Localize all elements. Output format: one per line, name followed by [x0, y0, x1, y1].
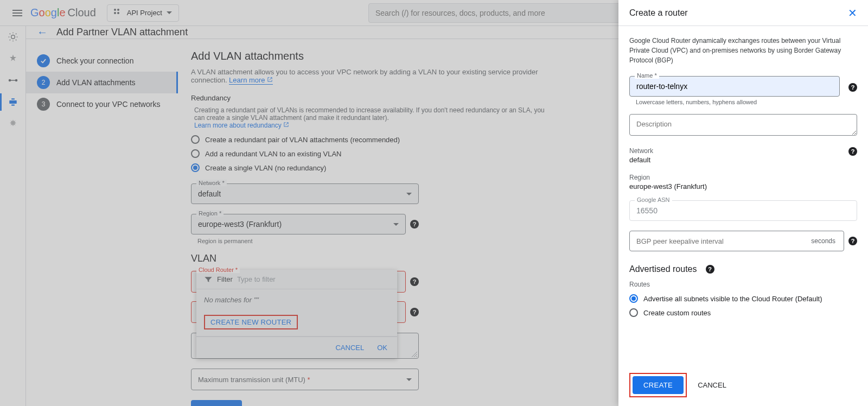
- radio-checked-icon: [629, 294, 638, 303]
- panel-region-label: Region: [629, 174, 857, 181]
- panel-create-button[interactable]: CREATE: [633, 376, 684, 394]
- close-icon[interactable]: ✕: [848, 7, 857, 20]
- panel-network-value: default: [629, 156, 650, 164]
- help-icon[interactable]: ?: [706, 265, 714, 274]
- description-input[interactable]: [629, 114, 857, 136]
- panel-title: Create a router: [629, 8, 688, 18]
- name-label: Name *: [635, 72, 659, 79]
- help-icon[interactable]: ?: [848, 237, 857, 245]
- panel-description: Google Cloud Router dynamically exchange…: [629, 36, 857, 65]
- help-icon[interactable]: ?: [848, 147, 857, 156]
- panel-network-label: Network: [629, 147, 653, 155]
- radio-icon: [629, 308, 638, 317]
- create-router-panel: Create a router ✕ Google Cloud Router dy…: [618, 0, 868, 406]
- asn-label: Google ASN: [635, 196, 672, 203]
- panel-region-value: europe-west3 (Frankfurt): [629, 182, 707, 191]
- name-hint: Lowercase letters, numbers, hyphens allo…: [629, 99, 857, 105]
- advertised-routes-heading: Advertised routes ?: [629, 264, 857, 274]
- panel-cancel-button[interactable]: CANCEL: [698, 381, 726, 389]
- radio-custom-routes[interactable]: Create custom routes: [629, 306, 857, 320]
- routes-label: Routes: [629, 281, 857, 288]
- help-icon[interactable]: ?: [848, 83, 857, 92]
- bgp-unit-label: seconds: [811, 237, 835, 245]
- radio-advertise-all[interactable]: Advertise all subnets visible to the Clo…: [629, 291, 857, 306]
- asn-input[interactable]: [629, 200, 857, 221]
- router-name-input[interactable]: [629, 76, 840, 97]
